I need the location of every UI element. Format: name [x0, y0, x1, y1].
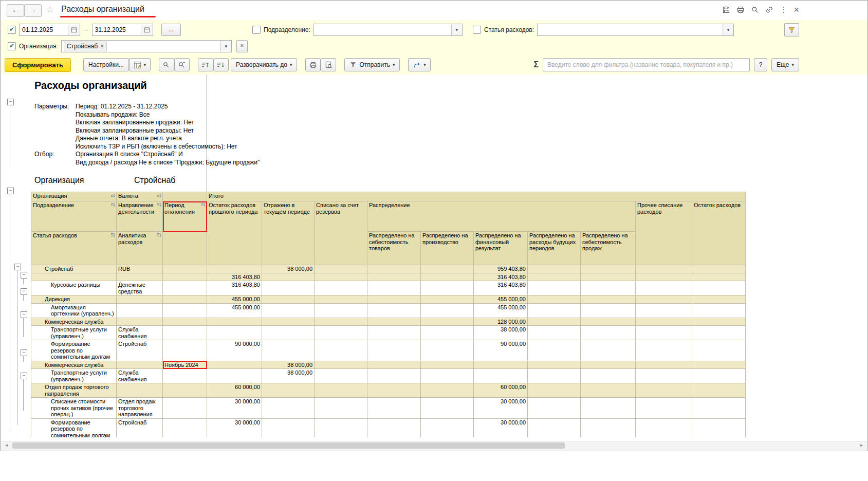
sort-icon[interactable] [110, 193, 115, 198]
table-cell[interactable]: RUB [117, 265, 163, 273]
table-cell[interactable] [528, 295, 581, 304]
close-button[interactable]: × [793, 5, 799, 14]
table-cell[interactable] [163, 326, 207, 340]
expand-levels-button[interactable] [213, 58, 229, 71]
table-cell[interactable] [636, 340, 692, 361]
table-cell[interactable] [367, 383, 421, 398]
table-cell[interactable] [528, 303, 581, 318]
table-cell[interactable] [315, 340, 367, 361]
header-analytics[interactable]: Аналитика расходов [117, 232, 163, 265]
print-preview-button[interactable] [321, 58, 336, 71]
table-cell[interactable]: 90 000,00 [207, 340, 262, 361]
search-in-report-button[interactable] [159, 58, 174, 71]
table-cell[interactable] [581, 273, 636, 281]
scroll-right-arrow[interactable]: ► [857, 441, 866, 450]
table-cell[interactable] [163, 398, 207, 419]
table-cell[interactable]: 455 000,00 [474, 295, 528, 304]
department-dropdown-button[interactable]: ▾ [451, 24, 462, 35]
table-cell[interactable] [474, 361, 528, 369]
filter-settings-button[interactable] [784, 23, 799, 36]
sort-icon[interactable] [157, 193, 161, 198]
table-cell[interactable] [367, 273, 421, 281]
table-cell[interactable] [692, 326, 746, 340]
table-cell[interactable] [636, 418, 692, 437]
scroll-left-arrow[interactable]: ◄ [2, 441, 11, 450]
table-cell[interactable] [117, 361, 163, 369]
report-variant-button[interactable]: ▾ [129, 58, 151, 71]
table-cell[interactable] [262, 383, 315, 398]
table-cell[interactable] [262, 281, 315, 295]
expense-item-input[interactable] [540, 26, 721, 34]
table-cell[interactable] [581, 265, 636, 273]
period-options-button[interactable]: ... [161, 24, 181, 36]
tree-toggle[interactable]: − [7, 99, 14, 105]
expense-item-checkbox[interactable] [473, 26, 481, 34]
table-cell[interactable] [474, 369, 528, 383]
table-cell[interactable] [367, 398, 421, 419]
table-cell[interactable] [163, 383, 207, 398]
table-cell[interactable] [367, 326, 421, 340]
table-cell[interactable]: Списание стоимости прочих активов (прочи… [31, 398, 117, 419]
table-cell[interactable] [528, 281, 581, 295]
table-cell[interactable] [367, 369, 421, 383]
print-button[interactable] [736, 6, 745, 14]
table-cell[interactable] [315, 369, 367, 383]
table-cell[interactable]: 38 000,00 [262, 265, 315, 273]
table-cell[interactable]: 38 000,00 [262, 361, 315, 369]
organization-dropdown-button[interactable]: ▾ [220, 41, 231, 52]
table-cell[interactable] [207, 318, 262, 326]
table-cell[interactable]: Курсовые разницы [31, 281, 117, 295]
table-cell[interactable] [692, 340, 746, 361]
table-cell[interactable] [581, 361, 636, 369]
sort-icon[interactable] [201, 202, 206, 207]
table-cell[interactable] [421, 361, 474, 369]
table-cell[interactable]: Транспортные услуги (управленч.) [31, 326, 117, 340]
table-cell[interactable] [636, 318, 692, 326]
table-cell[interactable]: Денежные средства [117, 281, 163, 295]
table-cell[interactable] [692, 383, 746, 398]
table-cell[interactable] [581, 383, 636, 398]
header-department[interactable]: Подразделение [31, 201, 117, 232]
tag-remove-icon[interactable]: × [100, 43, 104, 49]
sort-icon[interactable] [157, 233, 161, 237]
table-cell[interactable] [163, 273, 207, 281]
table-cell[interactable] [581, 398, 636, 419]
department-checkbox[interactable] [252, 26, 261, 34]
table-cell[interactable] [262, 340, 315, 361]
calendar-button[interactable] [141, 25, 153, 35]
header-reflected-current[interactable]: Отражено в текущем периоде [262, 201, 315, 265]
back-button[interactable]: ← [7, 4, 24, 17]
table-cell[interactable] [421, 295, 474, 304]
quick-filter-input[interactable] [543, 58, 750, 71]
table-cell[interactable]: 30 000,00 [474, 418, 528, 437]
table-cell[interactable] [163, 295, 207, 304]
settings-button[interactable]: Настройки... [83, 58, 129, 71]
table-cell[interactable] [528, 361, 581, 369]
header-other-writeoff[interactable]: Прочее списание расходов [636, 201, 692, 265]
header-organization[interactable]: Организация [31, 192, 117, 201]
table-cell[interactable] [315, 383, 367, 398]
table-cell[interactable] [636, 303, 692, 318]
table-cell[interactable] [421, 303, 474, 318]
expense-item-dropdown-button[interactable]: ▾ [723, 24, 733, 35]
table-cell[interactable] [207, 361, 262, 369]
find-button[interactable] [751, 6, 759, 14]
table-cell[interactable] [421, 340, 474, 361]
table-cell[interactable] [581, 418, 636, 437]
table-cell[interactable] [315, 318, 367, 326]
department-input[interactable] [316, 26, 449, 34]
table-cell[interactable] [421, 326, 474, 340]
table-cell[interactable] [692, 295, 746, 304]
table-cell[interactable] [692, 361, 746, 369]
table-cell[interactable] [262, 418, 315, 437]
table-cell[interactable] [367, 265, 421, 273]
table-cell[interactable] [692, 303, 746, 318]
table-cell[interactable] [367, 303, 421, 318]
table-cell[interactable] [31, 273, 117, 281]
table-cell[interactable] [367, 295, 421, 304]
header-deviation-period[interactable]: Период отклонения [163, 201, 207, 232]
table-cell[interactable] [367, 281, 421, 295]
table-cell[interactable] [262, 295, 315, 304]
table-cell[interactable] [421, 418, 474, 437]
table-cell[interactable]: Коммерческая служба [31, 361, 117, 369]
